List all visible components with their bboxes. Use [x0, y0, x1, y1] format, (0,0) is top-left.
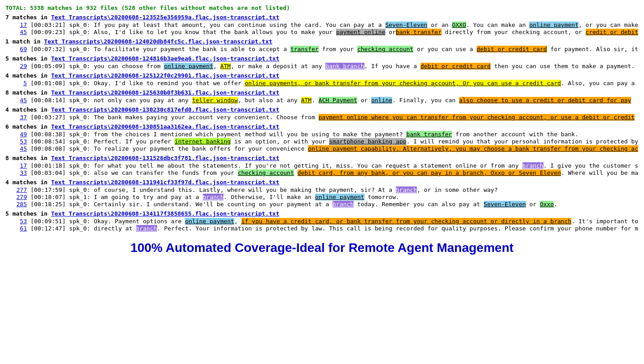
line-content: [00:12:47] spk_0: directly at branch. Pe… — [31, 225, 639, 232]
highlight: if you have a credit card, or bank trans… — [241, 218, 572, 225]
file-link[interactable]: Text Transcripts\20200608-134117f3858655… — [51, 210, 280, 217]
highlight: Oxxo — [540, 201, 554, 208]
highlight: ATM — [301, 97, 311, 104]
file-header: 7 matches in Text Transcripts\20200608-1… — [5, 14, 639, 21]
result-row: 5[00:01:08] spk_0: Okay. I'd like to rem… — [5, 80, 639, 87]
highlight: online payment — [315, 194, 364, 200]
line-content: [00:03:04] spk_0: also we can transfer t… — [31, 169, 639, 176]
file-header: 4 matches in Text Transcripts\20200608-1… — [5, 179, 639, 186]
result-row: 49[00:08:38] spk_0: from the choices I m… — [5, 131, 639, 138]
line-content: [00:03:21] spk_0: If you pay at least th… — [31, 22, 639, 28]
file-link[interactable]: Text Transcripts\20200608-130230c817efd0… — [51, 106, 280, 113]
highlight: online payment — [185, 218, 234, 225]
highlight: transfer — [290, 46, 319, 52]
highlight: smartphone banking app — [329, 138, 406, 145]
highlight: Seven-Eleven — [484, 201, 526, 208]
line-number[interactable]: 17 — [10, 22, 27, 28]
match-count: 7 matches in — [5, 14, 51, 21]
match-count: 4 matches in — [5, 72, 51, 79]
line-content: [00:08:08] spk_0: To realize your paymen… — [31, 145, 639, 152]
file-link[interactable]: Text Transcripts\20200608-131526dbc3f781… — [51, 155, 280, 161]
line-number[interactable]: 69 — [10, 46, 27, 52]
result-row: 61[00:12:47] spk_0: directly at branch. … — [5, 225, 639, 232]
highlight: ATM — [220, 63, 231, 69]
line-number[interactable]: 61 — [10, 225, 27, 232]
line-content: [00:08:54] spk_0: Perfect. If you prefer… — [31, 138, 639, 145]
line-number[interactable]: 29 — [10, 63, 27, 69]
line-content: [00:05:09] spk_0: you can choose from on… — [31, 63, 639, 69]
line-content: [00:09:51] spk_0: Okay. Payment options … — [31, 218, 639, 225]
highlight: OXXO — [452, 22, 466, 28]
line-number[interactable]: 17 — [10, 162, 27, 169]
result-row: 285[00:18:25] spk_0: Certainly sir. I un… — [5, 201, 639, 208]
result-row: 53[00:08:54] spk_0: Perfect. If you pref… — [5, 138, 639, 145]
line-content: [00:08:38] spk_0: from the choices I men… — [31, 131, 639, 138]
highlight: online payment — [529, 22, 578, 28]
line-content: [00:01:18] spk_0: for what you tell me a… — [31, 162, 639, 169]
line-number[interactable]: 37 — [10, 114, 27, 121]
result-row: 45[00:09:23] spk_0: Also, I'd like to le… — [5, 29, 639, 35]
line-content: [00:01:08] spk_0: Okay. I'd like to remi… — [31, 80, 639, 87]
file-header: 5 matches in Text Transcripts\20200608-1… — [5, 210, 639, 217]
line-number[interactable]: 285 — [10, 201, 27, 208]
file-link[interactable]: Text Transcripts\20200608-123525e356959a… — [51, 14, 280, 21]
file-header: 4 matches in Text Transcripts\20200608-1… — [5, 106, 639, 113]
highlight: online payment capability. Alternatively… — [308, 145, 638, 152]
line-number[interactable]: 53 — [10, 218, 27, 225]
result-row: 29[00:05:09] spk_0: you can choose from … — [5, 63, 639, 69]
highlight: payment online — [336, 29, 386, 35]
result-row: 17[00:03:21] spk_0: If you pay at least … — [5, 22, 639, 28]
line-number[interactable]: 53 — [10, 138, 27, 145]
highlight: bank branch — [325, 63, 364, 69]
file-link[interactable]: Text Transcripts\20200608-125122f0c29901… — [51, 72, 280, 79]
footer-title: 100% Automated Coverage-Ideal for Remote… — [5, 241, 639, 260]
file-header: 1 match in Text Transcripts\20200608-124… — [5, 38, 639, 45]
line-content: [00:09:23] spk_0: Also, I'd like to let … — [31, 29, 639, 35]
highlight: branch — [136, 225, 157, 232]
result-row: 277[00:17:59] spk_0: of course, I unders… — [5, 186, 639, 193]
highlight: teller window — [192, 97, 238, 104]
match-count: 4 matches in — [5, 106, 51, 113]
file-link[interactable]: Text Transcripts\20200608-124816b3ae9ea6… — [51, 55, 280, 62]
line-number[interactable]: 45 — [10, 29, 27, 35]
highlight: branch — [396, 186, 417, 193]
line-number[interactable]: 45 — [10, 97, 27, 104]
line-number[interactable]: 277 — [10, 186, 27, 193]
total-line: TOTAL: 5338 matches in 932 files (528 ot… — [5, 4, 639, 11]
line-number[interactable]: 49 — [10, 131, 27, 138]
highlight: also choose to use a credit or debit car… — [459, 97, 631, 104]
highlight: branch — [203, 194, 224, 200]
match-count: 4 matches in — [5, 179, 51, 186]
line-content: [00:18:07] spk_1: I am going to try and … — [31, 194, 639, 200]
highlight: debit or credit card — [477, 46, 547, 52]
highlight: bank transfer — [406, 131, 452, 138]
match-count: 5 matches in — [5, 210, 51, 217]
match-count: 6 matches in — [5, 123, 51, 130]
line-number[interactable]: 45 — [10, 145, 27, 152]
line-number[interactable]: 5 — [10, 80, 27, 87]
line-content: [00:07:32] spk_0: To facilitate your pay… — [31, 46, 639, 52]
result-row: 17[00:01:18] spk_0: for what you tell me… — [5, 162, 639, 169]
file-link[interactable]: Text Transcripts\20200608-130851aa3162ea… — [51, 123, 280, 130]
highlight: online — [371, 97, 392, 104]
line-number[interactable]: 279 — [10, 194, 27, 200]
highlight: credit or debit — [586, 29, 638, 35]
highlight: bank transfer — [396, 29, 442, 35]
match-count: 5 matches in — [5, 55, 51, 62]
highlight: branch — [522, 162, 543, 169]
file-header: 5 matches in Text Transcripts\20200608-1… — [5, 55, 639, 62]
match-count: 1 match in — [5, 38, 44, 45]
file-link[interactable]: Text Transcripts\20200608-125630b0f3b631… — [51, 89, 280, 96]
highlight: branch — [333, 201, 354, 208]
highlight: payment online where you can transfer fr… — [319, 114, 635, 121]
file-link[interactable]: Text Transcripts\20200608-124020db84fc5c… — [44, 38, 272, 45]
highlight: internet banking — [175, 138, 231, 145]
file-header: 8 matches in Text Transcripts\20200608-1… — [5, 155, 639, 161]
highlight: debit card, from any bank, or you can pa… — [298, 169, 561, 176]
file-link[interactable]: Text Transcripts\20200608-131941cf33f97d… — [51, 179, 280, 186]
highlight: Seven-Eleven — [386, 22, 428, 28]
line-number[interactable]: 33 — [10, 169, 27, 176]
result-row: 53[00:09:51] spk_0: Okay. Payment option… — [5, 218, 639, 225]
result-row: 33[00:03:04] spk_0: also we can transfer… — [5, 169, 639, 176]
highlight: debit or credit card — [421, 63, 491, 69]
